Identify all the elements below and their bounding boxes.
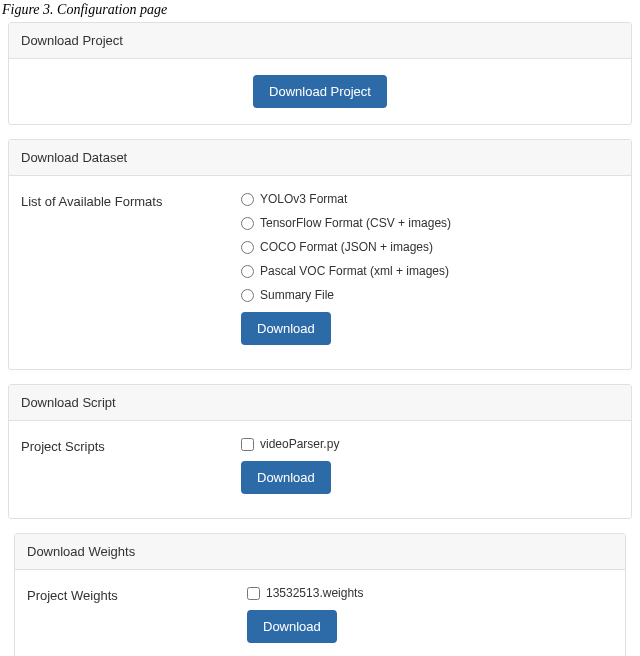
download-project-panel: Download Project Download Project [8, 22, 632, 125]
download-script-button[interactable]: Download [241, 461, 331, 494]
dataset-option-pascalvoc[interactable]: Pascal VOC Format (xml + images) [241, 264, 619, 278]
download-script-header: Download Script [9, 385, 631, 421]
dataset-option-label: Pascal VOC Format (xml + images) [260, 264, 449, 278]
figure-3-caption: Figure 3. Configuration page [0, 0, 640, 22]
dataset-option-summary[interactable]: Summary File [241, 288, 619, 302]
dataset-option-label: Summary File [260, 288, 334, 302]
radio-pascalvoc[interactable] [241, 265, 254, 278]
checkbox-videoparser[interactable] [241, 438, 254, 451]
dataset-option-yolov3[interactable]: YOLOv3 Format [241, 192, 619, 206]
download-project-button[interactable]: Download Project [253, 75, 387, 108]
script-option-videoparser[interactable]: videoParser.py [241, 437, 619, 451]
radio-coco[interactable] [241, 241, 254, 254]
download-weights-panel: Download Weights Project Weights 1353251… [14, 533, 626, 656]
radio-tensorflow[interactable] [241, 217, 254, 230]
download-weights-button[interactable]: Download [247, 610, 337, 643]
dataset-option-label: TensorFlow Format (CSV + images) [260, 216, 451, 230]
download-script-panel: Download Script Project Scripts videoPar… [8, 384, 632, 519]
project-weights-label: Project Weights [27, 586, 247, 603]
download-script-body: Project Scripts videoParser.py Download [9, 421, 631, 518]
download-dataset-header: Download Dataset [9, 140, 631, 176]
weights-option-label: 13532513.weights [266, 586, 363, 600]
project-scripts-label: Project Scripts [21, 437, 241, 454]
download-weights-header: Download Weights [15, 534, 625, 570]
checkbox-weights[interactable] [247, 587, 260, 600]
weights-option[interactable]: 13532513.weights [247, 586, 613, 600]
script-option-label: videoParser.py [260, 437, 339, 451]
download-dataset-button[interactable]: Download [241, 312, 331, 345]
dataset-option-coco[interactable]: COCO Format (JSON + images) [241, 240, 619, 254]
download-dataset-panel: Download Dataset List of Available Forma… [8, 139, 632, 370]
radio-summary[interactable] [241, 289, 254, 302]
download-project-body: Download Project [9, 59, 631, 124]
download-project-header: Download Project [9, 23, 631, 59]
download-weights-body: Project Weights 13532513.weights Downloa… [15, 570, 625, 656]
dataset-option-tensorflow[interactable]: TensorFlow Format (CSV + images) [241, 216, 619, 230]
download-dataset-body: List of Available Formats YOLOv3 Format … [9, 176, 631, 369]
dataset-option-label: COCO Format (JSON + images) [260, 240, 433, 254]
dataset-formats-label: List of Available Formats [21, 192, 241, 209]
radio-yolov3[interactable] [241, 193, 254, 206]
dataset-option-label: YOLOv3 Format [260, 192, 347, 206]
